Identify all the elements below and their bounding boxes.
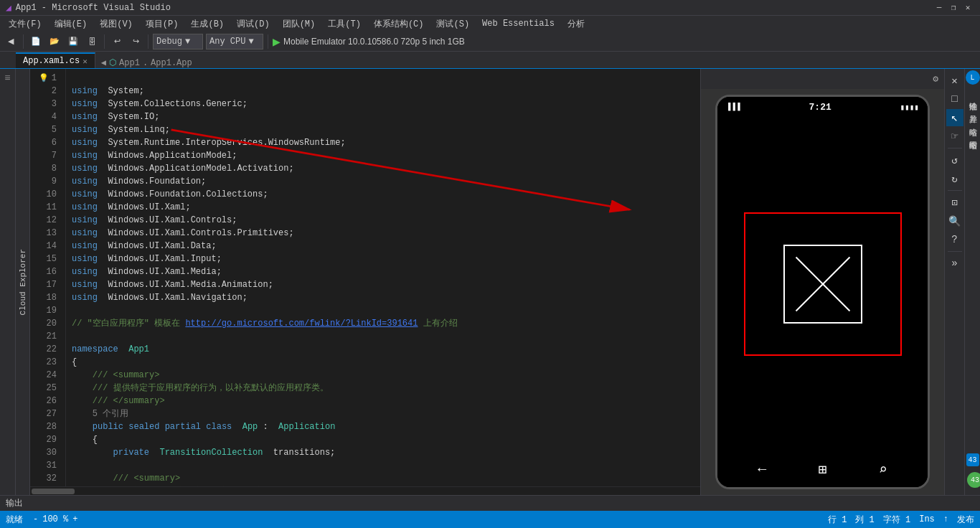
tab-breadcrumb-area: ◀ ⬡ App1 . App1.App [95, 57, 980, 68]
output-bar: 输出 [0, 495, 980, 511]
editor-area: 💡1 2 3 4 5 6 7 8 9 10 11 12 13 14 15 16 … [30, 69, 700, 495]
emulator-topbar: ⚙ [701, 69, 944, 89]
run-button[interactable]: ▶ Mobile Emulator 10.0.10586.0 720p 5 in… [273, 36, 465, 47]
rt-zoom-btn[interactable]: 🔍 [946, 212, 963, 230]
cpu-config-dropdown[interactable]: Any CPU ▼ [206, 34, 263, 50]
phone-screen [717, 117, 928, 451]
phone-home-button[interactable]: ⊞ [818, 461, 826, 478]
line-24: 24 [30, 369, 60, 382]
phone-status-bar: ▐▐▐ 7:21 ▮▮▮▮ [717, 97, 928, 117]
line-9: 9 [30, 175, 60, 188]
line-12: 12 [30, 214, 60, 227]
zoom-level: 100 % [42, 514, 68, 524]
emulator-settings-icon[interactable]: ⚙ [933, 73, 938, 85]
toolbar-sep1 [23, 34, 24, 49]
rt-cursor-btn[interactable]: ↖ [946, 109, 963, 126]
rt-frame-btn[interactable]: ⊡ [946, 194, 963, 211]
line-3: 3 [30, 98, 60, 110]
h-scroll-thumb[interactable] [32, 489, 75, 494]
title-controls[interactable]: ─ ❐ ✕ [933, 2, 974, 14]
line-28: 28 [30, 420, 60, 433]
output-label: 输出 [6, 497, 23, 509]
toolbar-open[interactable]: 📂 [47, 34, 62, 50]
left-icon-expand[interactable]: ≡ [1, 72, 14, 85]
toolbar-redo[interactable]: ↪ [128, 34, 143, 50]
left-activity-bar: ≡ [0, 69, 16, 495]
far-right-label-accuracy[interactable]: 准确性 [966, 90, 979, 102]
menu-view[interactable]: 视图(V) [94, 16, 138, 32]
menu-analyze[interactable]: 分析 [562, 16, 590, 32]
toolbar-undo[interactable]: ↩ [109, 34, 125, 50]
toolbar-new[interactable]: 📄 [28, 34, 44, 50]
rt-help-btn[interactable]: ? [946, 231, 963, 248]
phone-back-button[interactable]: ← [758, 461, 766, 478]
rt-close-btn[interactable]: ✕ [946, 72, 963, 89]
menu-arch[interactable]: 体系结构(C) [368, 16, 430, 32]
battery-icon: ▮▮▮▮ [900, 103, 920, 112]
right-toolbar: ✕ □ ↖ ☞ ↺ ↻ ⊡ 🔍 ? » [944, 69, 964, 495]
toolbar-saveall[interactable]: 🗄 [84, 34, 100, 50]
menu-webessentials[interactable]: Web Essentials [476, 17, 560, 30]
line-13: 13 [30, 227, 60, 240]
menu-tools[interactable]: 工具(T) [322, 16, 367, 32]
toolbar-back[interactable]: ◀ [3, 34, 19, 50]
restore-button[interactable]: ❐ [947, 2, 960, 14]
line-2: 2 [30, 85, 60, 98]
breadcrumb-icon: ⬡ [109, 57, 116, 68]
phone-search-button[interactable]: ⌕ [879, 461, 887, 478]
cloud-explorer-sidebar[interactable]: Cloud Explorer [16, 69, 30, 495]
rt-undo-btn[interactable]: ↺ [946, 151, 963, 169]
tab-app-xaml-cs[interactable]: App.xaml.cs ✕ [16, 52, 95, 68]
app-title: App1 - Microsoft Visual Studio [16, 3, 171, 13]
tab-app-xaml-cs-label: App.xaml.cs [23, 56, 80, 66]
template-link[interactable]: http://go.microsoft.com/fwlink/?LinkId=3… [185, 319, 418, 329]
menu-test[interactable]: 测试(S) [430, 16, 475, 32]
minimize-button[interactable]: ─ [933, 2, 946, 14]
play-icon: ▶ [273, 36, 281, 47]
vs-logo-icon: ◢ [6, 2, 11, 14]
code-editor[interactable]: using System; using System.Collections.G… [66, 69, 700, 486]
close-button[interactable]: ✕ [961, 2, 974, 14]
rt-window-btn[interactable]: □ [946, 90, 963, 108]
menu-edit[interactable]: 编辑(E) [49, 16, 93, 32]
far-right-label-diff[interactable]: 差异 [966, 103, 979, 115]
line-17: 17 [30, 278, 60, 291]
line-4: 4 [30, 110, 60, 123]
cpu-config-label: Any CPU [209, 37, 245, 47]
debug-config-label: Debug [156, 37, 182, 47]
user-avatar[interactable]: L [966, 70, 980, 85]
tab-close-app-xaml-cs[interactable]: ✕ [83, 57, 88, 66]
emulator-label: Mobile Emulator 10.0.10586.0 720p 5 inch… [283, 37, 465, 47]
status-up-arrow[interactable]: ↑ [943, 514, 948, 524]
menu-bar: 文件(F) 编辑(E) 视图(V) 项目(P) 生成(B) 调试(D) 团队(M… [0, 16, 980, 32]
toolbar-save[interactable]: 💾 [65, 34, 81, 50]
status-send[interactable]: 发布 [957, 514, 974, 526]
toolbar-sep2 [104, 34, 105, 49]
code-container: 💡1 2 3 4 5 6 7 8 9 10 11 12 13 14 15 16 … [30, 69, 700, 486]
status-bar: 就绪 - 100 % + 行 1 列 1 字符 1 Ins ↑ 发布 [0, 511, 980, 528]
notification-badge[interactable]: 43 [966, 453, 979, 466]
far-right-label-thumb2[interactable]: 缩略图 [966, 129, 979, 141]
breadcrumb-app1: App1 [119, 58, 140, 68]
rt-hand-btn[interactable]: ☞ [946, 128, 963, 145]
debug-config-dropdown[interactable]: Debug ▼ [153, 34, 203, 50]
menu-project[interactable]: 项目(P) [140, 16, 184, 32]
zoom-in-button[interactable]: + [71, 514, 79, 524]
toolbar-sep3 [148, 34, 149, 49]
zoom-out-button[interactable]: - [32, 514, 39, 524]
cloud-explorer-label: Cloud Explorer [19, 249, 27, 315]
rt-divider2 [948, 190, 962, 191]
toolbar-sep4 [268, 34, 268, 49]
far-right-label-thumb1[interactable]: 缩略 [966, 116, 979, 128]
line-25: 25 [30, 382, 60, 395]
menu-file[interactable]: 文件(F) [3, 16, 47, 32]
line-10: 10 [30, 188, 60, 201]
horizontal-scrollbar[interactable] [30, 486, 700, 495]
rt-redo-btn[interactable]: ↻ [946, 170, 963, 187]
rt-more-btn[interactable]: » [946, 255, 963, 272]
menu-debug[interactable]: 调试(D) [231, 16, 275, 32]
phone-nav-bar: ← ⊞ ⌕ [717, 451, 928, 487]
menu-team[interactable]: 团队(M) [277, 16, 321, 32]
badge-number: 43 [968, 456, 976, 464]
menu-build[interactable]: 生成(B) [185, 16, 230, 32]
